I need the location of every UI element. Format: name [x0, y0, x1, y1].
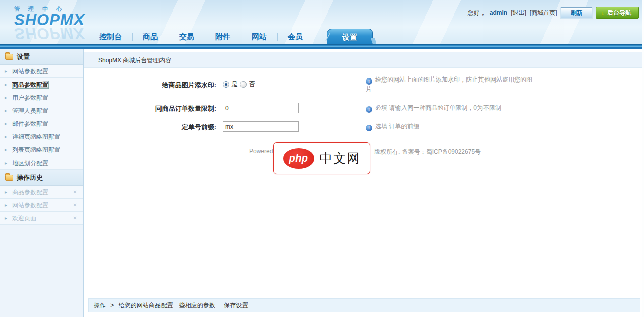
- sidebar-item-site-params[interactable]: ▸ 网站参数配置: [0, 65, 83, 78]
- main-nav-tabs: 控制台 商品 交易 附件 网站 会员 设置: [89, 29, 373, 44]
- sidebar-section-history: 操作历史: [0, 170, 83, 186]
- watermark-no-label: 否: [249, 80, 255, 89]
- copyright-text: 版权所有. 备案号：蜀ICP备09022675号: [374, 148, 481, 156]
- tab-members[interactable]: 会员: [277, 29, 313, 44]
- watermark-yes-label: 是: [231, 80, 238, 89]
- username: admin: [490, 9, 507, 16]
- shopmx-admin-page: 管 理 中 心 SHOPMX SHOPMX 您好， admin [退出] [商城…: [0, 0, 644, 317]
- sidebar-item-product-params[interactable]: ▸ 商品参数配置: [0, 78, 83, 91]
- arrow-right-icon: ▸: [5, 156, 7, 170]
- logo-wordmark: SHOPMX SHOPMX: [14, 13, 85, 28]
- main-content: ShopMX 商城后台管理内容 给商品图片添水印: 是 否 !给您的网站上面的图…: [84, 49, 642, 317]
- order-limit-input[interactable]: [223, 103, 299, 113]
- folder-icon: [5, 54, 13, 60]
- section-divider: [84, 136, 642, 136]
- sidebar-item-admin-staff[interactable]: ▸ 管理人员配置: [0, 104, 83, 117]
- powered-text: Powered: [249, 148, 273, 155]
- watermark-yes-radio[interactable]: [223, 81, 229, 88]
- arrow-right-icon: ▸: [5, 212, 7, 225]
- sidebar-section-title: 操作历史: [17, 170, 43, 186]
- down-arrow-icon: ↓: [601, 9, 605, 17]
- tab-console[interactable]: 控制台: [89, 29, 132, 44]
- action-separator: >: [110, 302, 114, 309]
- refresh-button[interactable]: 刷新: [561, 7, 592, 18]
- order-limit-hint: !必填 请输入同一种商品的订单限制，0为不限制: [366, 103, 535, 113]
- tab-website[interactable]: 网站: [241, 29, 277, 44]
- page-title: ShopMX 商城后台管理内容: [84, 52, 642, 68]
- header-divider-stripe: [0, 44, 644, 49]
- watermark-hint: !给您的网站上面的图片添加水印，防止其他网站盗用您的图片: [366, 75, 535, 94]
- order-limit-label: 同商品订单数量限制:: [84, 104, 216, 113]
- sidebar-item-detail-thumbnail[interactable]: ▸ 详细页缩略图配置: [0, 130, 83, 143]
- tab-settings-active[interactable]: 设置: [327, 29, 373, 44]
- arrow-right-icon: ▸: [5, 143, 7, 156]
- order-limit-field-wrap: [223, 103, 299, 113]
- save-settings-link[interactable]: 保存设置: [224, 302, 248, 309]
- folder-icon: [5, 175, 13, 181]
- action-description: 给您的网站商品配置一些相应的参数: [119, 302, 215, 309]
- sidebar-item-user-params[interactable]: ▸ 用户参数配置: [0, 91, 83, 104]
- action-bar: 操作 > 给您的网站商品配置一些相应的参数 保存设置: [88, 298, 640, 312]
- order-prefix-field-wrap: [223, 121, 299, 132]
- shop-home-link[interactable]: [商城首页]: [530, 9, 557, 17]
- order-prefix-input[interactable]: [223, 121, 299, 132]
- logout-link[interactable]: [退出]: [511, 9, 526, 17]
- close-icon[interactable]: ✕: [72, 189, 78, 195]
- sidebar-item-list-thumbnail[interactable]: ▸ 列表页缩略图配置: [0, 143, 83, 156]
- tab-attachments[interactable]: 附件: [205, 29, 241, 44]
- watermark-no-radio[interactable]: [240, 81, 247, 88]
- php-logo-icon: php: [283, 148, 314, 169]
- order-prefix-hint: !选填 订单的前缀: [366, 122, 535, 131]
- info-icon: !: [366, 106, 372, 113]
- watermark-radio-group: 是 否: [223, 80, 255, 89]
- header: 管 理 中 心 SHOPMX SHOPMX 您好， admin [退出] [商城…: [0, 0, 644, 49]
- sidebar: 设置 ▸ 网站参数配置 ▸ 商品参数配置 ▸ 用户参数配置 ▸ 管理人员配置 ▸…: [0, 49, 84, 317]
- watermark-label: 给商品图片添水印:: [84, 81, 216, 90]
- close-icon[interactable]: ✕: [72, 215, 78, 221]
- history-item-site-params[interactable]: ▸ 网站参数配置 ✕: [0, 199, 83, 212]
- info-icon: !: [366, 78, 372, 85]
- php-cn-logo-text: 中文网: [320, 150, 361, 167]
- sidebar-section-settings: 设置: [0, 49, 83, 65]
- user-area: 您好， admin [退出] [商城首页] 刷新 ↓ 后台导航: [468, 7, 639, 19]
- arrow-right-icon: ▸: [5, 91, 7, 104]
- history-item-welcome-page[interactable]: ▸ 欢迎页面 ✕: [0, 212, 83, 225]
- backend-nav-label: 后台导航: [607, 9, 631, 17]
- action-prefix: 操作: [94, 302, 106, 309]
- sidebar-item-region-division[interactable]: ▸ 地区划分配置: [0, 156, 83, 170]
- arrow-right-icon: ▸: [5, 186, 7, 199]
- greeting-text: 您好，: [468, 9, 486, 17]
- php-cn-logo: php 中文网: [273, 142, 370, 174]
- arrow-right-icon: ▸: [5, 65, 7, 78]
- arrow-right-icon: ▸: [5, 104, 7, 117]
- shopmx-logo: 管 理 中 心 SHOPMX SHOPMX: [14, 5, 85, 28]
- sidebar-item-mail-params[interactable]: ▸ 邮件参数配置: [0, 117, 83, 130]
- arrow-right-icon: ▸: [5, 199, 7, 212]
- info-icon: !: [366, 125, 372, 131]
- sidebar-section-title: 设置: [17, 49, 30, 65]
- arrow-right-icon: ▸: [5, 78, 7, 91]
- tab-trade[interactable]: 交易: [169, 29, 205, 44]
- backend-nav-button[interactable]: ↓ 后台导航: [596, 7, 639, 19]
- logo-reflection: SHOPMX: [14, 26, 85, 41]
- arrow-right-icon: ▸: [5, 130, 7, 143]
- tab-products[interactable]: 商品: [132, 29, 169, 44]
- close-icon[interactable]: ✕: [72, 202, 78, 208]
- arrow-right-icon: ▸: [5, 117, 7, 130]
- order-prefix-label: 定单号前缀:: [84, 123, 216, 132]
- history-item-product-params[interactable]: ▸ 商品参数配置 ✕: [0, 186, 83, 199]
